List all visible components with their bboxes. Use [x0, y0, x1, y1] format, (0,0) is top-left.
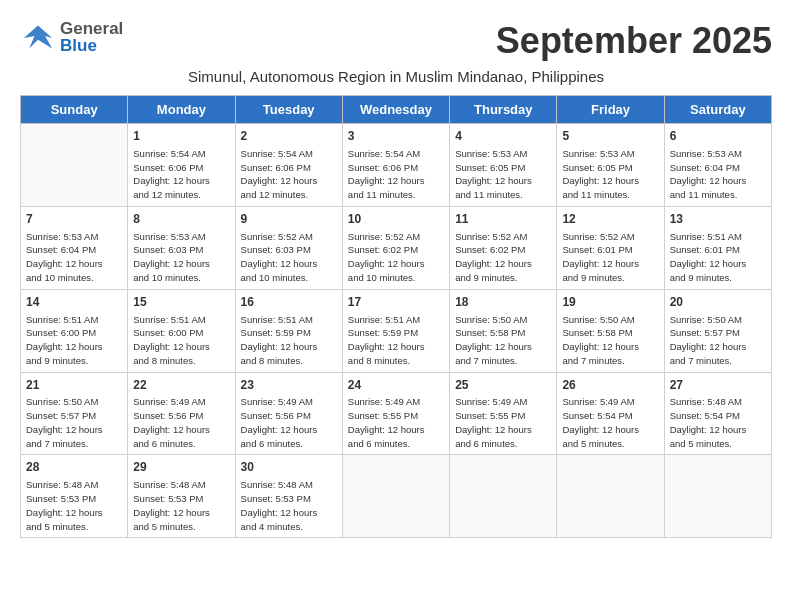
day-number: 13: [670, 211, 766, 228]
month-title: September 2025: [496, 20, 772, 62]
day-number: 9: [241, 211, 337, 228]
calendar-cell: 17Sunrise: 5:51 AMSunset: 5:59 PMDayligh…: [342, 289, 449, 372]
calendar-cell: 19Sunrise: 5:50 AMSunset: 5:58 PMDayligh…: [557, 289, 664, 372]
calendar-table: SundayMondayTuesdayWednesdayThursdayFrid…: [20, 95, 772, 538]
header-saturday: Saturday: [664, 96, 771, 124]
calendar-cell: 7Sunrise: 5:53 AMSunset: 6:04 PMDaylight…: [21, 206, 128, 289]
day-info: Sunrise: 5:49 AMSunset: 5:56 PMDaylight:…: [133, 395, 229, 450]
calendar-cell: 8Sunrise: 5:53 AMSunset: 6:03 PMDaylight…: [128, 206, 235, 289]
day-number: 11: [455, 211, 551, 228]
day-info: Sunrise: 5:49 AMSunset: 5:54 PMDaylight:…: [562, 395, 658, 450]
day-number: 20: [670, 294, 766, 311]
day-info: Sunrise: 5:53 AMSunset: 6:04 PMDaylight:…: [26, 230, 122, 285]
day-info: Sunrise: 5:54 AMSunset: 6:06 PMDaylight:…: [133, 147, 229, 202]
calendar-cell: 13Sunrise: 5:51 AMSunset: 6:01 PMDayligh…: [664, 206, 771, 289]
day-number: 12: [562, 211, 658, 228]
calendar-cell: 15Sunrise: 5:51 AMSunset: 6:00 PMDayligh…: [128, 289, 235, 372]
header-tuesday: Tuesday: [235, 96, 342, 124]
subtitle: Simunul, Autonomous Region in Muslim Min…: [20, 68, 772, 85]
day-number: 3: [348, 128, 444, 145]
day-info: Sunrise: 5:50 AMSunset: 5:58 PMDaylight:…: [455, 313, 551, 368]
header-thursday: Thursday: [450, 96, 557, 124]
day-info: Sunrise: 5:49 AMSunset: 5:55 PMDaylight:…: [348, 395, 444, 450]
calendar-cell: 2Sunrise: 5:54 AMSunset: 6:06 PMDaylight…: [235, 124, 342, 207]
day-info: Sunrise: 5:52 AMSunset: 6:02 PMDaylight:…: [455, 230, 551, 285]
day-number: 26: [562, 377, 658, 394]
calendar-cell: 26Sunrise: 5:49 AMSunset: 5:54 PMDayligh…: [557, 372, 664, 455]
week-row-2: 7Sunrise: 5:53 AMSunset: 6:04 PMDaylight…: [21, 206, 772, 289]
day-number: 15: [133, 294, 229, 311]
day-info: Sunrise: 5:48 AMSunset: 5:53 PMDaylight:…: [133, 478, 229, 533]
day-info: Sunrise: 5:51 AMSunset: 6:01 PMDaylight:…: [670, 230, 766, 285]
calendar-cell: 9Sunrise: 5:52 AMSunset: 6:03 PMDaylight…: [235, 206, 342, 289]
calendar-cell: 5Sunrise: 5:53 AMSunset: 6:05 PMDaylight…: [557, 124, 664, 207]
svg-marker-0: [24, 26, 52, 49]
calendar-cell: 21Sunrise: 5:50 AMSunset: 5:57 PMDayligh…: [21, 372, 128, 455]
calendar-cell: 22Sunrise: 5:49 AMSunset: 5:56 PMDayligh…: [128, 372, 235, 455]
day-number: 23: [241, 377, 337, 394]
day-info: Sunrise: 5:48 AMSunset: 5:53 PMDaylight:…: [26, 478, 122, 533]
calendar-cell: [664, 455, 771, 538]
calendar-cell: 14Sunrise: 5:51 AMSunset: 6:00 PMDayligh…: [21, 289, 128, 372]
logo-bird-icon: [20, 22, 56, 52]
day-number: 30: [241, 459, 337, 476]
week-row-1: 1Sunrise: 5:54 AMSunset: 6:06 PMDaylight…: [21, 124, 772, 207]
calendar-cell: 30Sunrise: 5:48 AMSunset: 5:53 PMDayligh…: [235, 455, 342, 538]
day-info: Sunrise: 5:54 AMSunset: 6:06 PMDaylight:…: [241, 147, 337, 202]
day-number: 22: [133, 377, 229, 394]
calendar-cell: [342, 455, 449, 538]
day-number: 2: [241, 128, 337, 145]
day-number: 14: [26, 294, 122, 311]
logo-general-text: General: [60, 20, 123, 37]
calendar-cell: 3Sunrise: 5:54 AMSunset: 6:06 PMDaylight…: [342, 124, 449, 207]
day-info: Sunrise: 5:49 AMSunset: 5:56 PMDaylight:…: [241, 395, 337, 450]
header-wednesday: Wednesday: [342, 96, 449, 124]
day-info: Sunrise: 5:51 AMSunset: 5:59 PMDaylight:…: [241, 313, 337, 368]
calendar-cell: 28Sunrise: 5:48 AMSunset: 5:53 PMDayligh…: [21, 455, 128, 538]
calendar-cell: 12Sunrise: 5:52 AMSunset: 6:01 PMDayligh…: [557, 206, 664, 289]
day-info: Sunrise: 5:54 AMSunset: 6:06 PMDaylight:…: [348, 147, 444, 202]
day-number: 4: [455, 128, 551, 145]
calendar-cell: 16Sunrise: 5:51 AMSunset: 5:59 PMDayligh…: [235, 289, 342, 372]
day-info: Sunrise: 5:50 AMSunset: 5:57 PMDaylight:…: [670, 313, 766, 368]
day-number: 1: [133, 128, 229, 145]
day-info: Sunrise: 5:50 AMSunset: 5:57 PMDaylight:…: [26, 395, 122, 450]
day-number: 25: [455, 377, 551, 394]
calendar-cell: 24Sunrise: 5:49 AMSunset: 5:55 PMDayligh…: [342, 372, 449, 455]
calendar-cell: 1Sunrise: 5:54 AMSunset: 6:06 PMDaylight…: [128, 124, 235, 207]
day-info: Sunrise: 5:52 AMSunset: 6:03 PMDaylight:…: [241, 230, 337, 285]
calendar-cell: [21, 124, 128, 207]
day-info: Sunrise: 5:53 AMSunset: 6:03 PMDaylight:…: [133, 230, 229, 285]
day-number: 10: [348, 211, 444, 228]
day-info: Sunrise: 5:53 AMSunset: 6:05 PMDaylight:…: [455, 147, 551, 202]
header-friday: Friday: [557, 96, 664, 124]
calendar-cell: 11Sunrise: 5:52 AMSunset: 6:02 PMDayligh…: [450, 206, 557, 289]
day-info: Sunrise: 5:48 AMSunset: 5:54 PMDaylight:…: [670, 395, 766, 450]
day-number: 16: [241, 294, 337, 311]
day-info: Sunrise: 5:50 AMSunset: 5:58 PMDaylight:…: [562, 313, 658, 368]
day-info: Sunrise: 5:51 AMSunset: 6:00 PMDaylight:…: [26, 313, 122, 368]
day-header-row: SundayMondayTuesdayWednesdayThursdayFrid…: [21, 96, 772, 124]
logo: General Blue: [20, 20, 123, 54]
day-number: 27: [670, 377, 766, 394]
day-info: Sunrise: 5:49 AMSunset: 5:55 PMDaylight:…: [455, 395, 551, 450]
calendar-cell: 6Sunrise: 5:53 AMSunset: 6:04 PMDaylight…: [664, 124, 771, 207]
week-row-5: 28Sunrise: 5:48 AMSunset: 5:53 PMDayligh…: [21, 455, 772, 538]
day-number: 24: [348, 377, 444, 394]
calendar-cell: 18Sunrise: 5:50 AMSunset: 5:58 PMDayligh…: [450, 289, 557, 372]
week-row-3: 14Sunrise: 5:51 AMSunset: 6:00 PMDayligh…: [21, 289, 772, 372]
day-info: Sunrise: 5:53 AMSunset: 6:05 PMDaylight:…: [562, 147, 658, 202]
calendar-cell: 23Sunrise: 5:49 AMSunset: 5:56 PMDayligh…: [235, 372, 342, 455]
day-number: 8: [133, 211, 229, 228]
calendar-cell: [450, 455, 557, 538]
day-number: 7: [26, 211, 122, 228]
day-info: Sunrise: 5:52 AMSunset: 6:02 PMDaylight:…: [348, 230, 444, 285]
day-number: 6: [670, 128, 766, 145]
calendar-cell: 4Sunrise: 5:53 AMSunset: 6:05 PMDaylight…: [450, 124, 557, 207]
day-number: 28: [26, 459, 122, 476]
day-number: 5: [562, 128, 658, 145]
calendar-cell: 20Sunrise: 5:50 AMSunset: 5:57 PMDayligh…: [664, 289, 771, 372]
day-number: 19: [562, 294, 658, 311]
day-info: Sunrise: 5:52 AMSunset: 6:01 PMDaylight:…: [562, 230, 658, 285]
week-row-4: 21Sunrise: 5:50 AMSunset: 5:57 PMDayligh…: [21, 372, 772, 455]
